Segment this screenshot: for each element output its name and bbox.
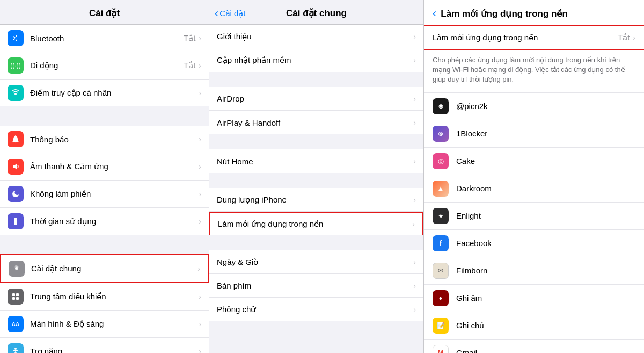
svg-point-10 <box>14 348 17 350</box>
app-item-picn2k[interactable]: ◉ @picn2k <box>424 93 644 120</box>
sidebar-item-bluetooth[interactable]: Bluetooth Tắt <box>0 25 209 52</box>
control-chevron <box>199 292 201 301</box>
airdrop-chevron <box>413 95 416 103</box>
col2-section-1: Giới thiệu Cập nhật phần mềm <box>209 25 423 72</box>
app-item-enlight[interactable]: ★ Enlight <box>424 203 644 230</box>
background-chevron <box>412 220 415 228</box>
col2-header: Cài đặt Cài đặt chung <box>209 0 423 25</box>
sounds-icon <box>8 159 24 175</box>
col2-gap-4 <box>209 235 423 250</box>
col2-list: Giới thiệu Cập nhật phần mềm AirDrop Air… <box>209 25 423 353</box>
col3-setting-value: Tắt <box>618 33 630 42</box>
sidebar-item-notifications[interactable]: Thông báo <box>0 126 209 153</box>
background-refresh-column: Làm mới ứng dụng trong nền Làm mới ứng d… <box>424 0 644 353</box>
app-item-facebook[interactable]: f Facebook <box>424 230 644 257</box>
dnd-chevron <box>199 190 201 198</box>
storage-label: Dung lượng iPhone <box>217 195 413 205</box>
col1-section-3: Cài đặt chung Trung tâm điều khiển AA Mà… <box>0 254 209 353</box>
app-item-1blocker[interactable]: ⊗ 1Blocker <box>424 120 644 148</box>
darkroom-label: Darkroom <box>456 184 635 193</box>
col1-list: Bluetooth Tắt ((·)) Di động Tắt Điểm tru… <box>0 25 209 353</box>
app-item-ghichu[interactable]: 📝 Ghi chú <box>424 312 644 340</box>
notifications-label: Thông báo <box>30 135 199 144</box>
general-settings-column: Cài đặt Cài đặt chung Giới thiệu Cập nhậ… <box>209 0 424 353</box>
hotspot-chevron <box>199 89 201 97</box>
col2-back-button[interactable]: Cài đặt <box>215 8 246 19</box>
col2-item-background[interactable]: Làm mới ứng dụng trong nền <box>209 212 423 235</box>
svg-rect-6 <box>12 293 15 296</box>
facebook-label: Facebook <box>456 239 635 248</box>
col1-gap-1 <box>0 111 209 126</box>
mobile-label: Di động <box>30 61 184 70</box>
col2-item-datetime[interactable]: Ngày & Giờ <box>209 250 423 274</box>
col1-section-2: Thông báo Âm thanh & Cảm ứng Không làm p… <box>0 126 209 235</box>
col3-setting-chevron <box>633 33 635 42</box>
home-chevron <box>413 157 416 165</box>
col2-item-airplay[interactable]: AirPlay & Handoff <box>209 111 423 134</box>
svg-rect-7 <box>16 293 19 296</box>
svg-marker-1 <box>13 163 17 170</box>
settings-column: Cài đặt Bluetooth Tắt ((·)) Di động Tắt <box>0 0 209 353</box>
picn2k-icon: ◉ <box>433 98 449 114</box>
dnd-label: Không làm phiền <box>30 189 199 199</box>
datetime-chevron <box>413 258 416 266</box>
col3-back-button[interactable] <box>433 8 436 19</box>
svg-point-0 <box>14 93 17 95</box>
sidebar-item-general[interactable]: Cài đặt chung <box>0 254 209 283</box>
display-icon: AA <box>8 316 24 332</box>
bluetooth-chevron <box>199 34 201 42</box>
mobile-value: Tắt <box>184 61 195 70</box>
sidebar-item-screentime[interactable]: Thời gian sử dụng <box>0 208 209 235</box>
col2-section-4: Dung lượng iPhone Làm mới ứng dụng trong… <box>209 188 423 235</box>
col3-title: Làm mới ứng dụng trong nền <box>441 8 568 19</box>
col2-item-software[interactable]: Cập nhật phần mềm <box>209 48 423 72</box>
col3-top-setting[interactable]: Làm mới ứng dụng trong nền Tắt <box>424 25 644 50</box>
keyboard-label: Bàn phím <box>217 281 413 290</box>
sidebar-item-hotspot[interactable]: Điểm truy cập cá nhân <box>0 80 209 106</box>
app-item-cake[interactable]: ◎ Cake <box>424 148 644 175</box>
col3-setting-label: Làm mới ứng dụng trong nền <box>433 33 618 42</box>
svg-rect-9 <box>16 297 19 300</box>
col2-item-keyboard[interactable]: Bàn phím <box>209 274 423 298</box>
picn2k-label: @picn2k <box>456 102 635 111</box>
general-chevron <box>197 264 200 273</box>
col2-gap-2 <box>209 134 423 149</box>
about-chevron <box>413 32 416 41</box>
col2-item-about[interactable]: Giới thiệu <box>209 25 423 48</box>
bluetooth-label: Bluetooth <box>30 34 184 43</box>
col2-gap-1 <box>209 72 423 87</box>
sidebar-item-display[interactable]: AA Màn hình & Độ sáng <box>0 311 209 338</box>
col2-item-storage[interactable]: Dung lượng iPhone <box>209 188 423 212</box>
sidebar-item-accessibility[interactable]: Trợ năng <box>0 338 209 353</box>
col2-item-airdrop[interactable]: AirDrop <box>209 87 423 111</box>
ghichu-label: Ghi chú <box>456 321 635 330</box>
software-chevron <box>413 56 416 64</box>
col1-section-1: Bluetooth Tắt ((·)) Di động Tắt Điểm tru… <box>0 25 209 106</box>
sidebar-item-control[interactable]: Trung tâm điều khiển <box>0 283 209 311</box>
app-item-filmborn[interactable]: ✉ Filmborn <box>424 257 644 285</box>
screentime-label: Thời gian sử dụng <box>30 217 199 226</box>
filmborn-icon: ✉ <box>433 263 449 279</box>
app-item-ghiam[interactable]: ♦ Ghi âm <box>424 285 644 312</box>
darkroom-icon: ▲ <box>433 181 449 197</box>
app-item-gmail[interactable]: M Gmail <box>424 340 644 353</box>
datetime-label: Ngày & Giờ <box>217 257 413 267</box>
app-item-darkroom[interactable]: ▲ Darkroom <box>424 175 644 203</box>
display-label: Màn hình & Độ sáng <box>30 319 199 329</box>
sidebar-item-dnd[interactable]: Không làm phiền <box>0 181 209 208</box>
col1-gap-2 <box>0 239 209 254</box>
svg-rect-3 <box>14 221 17 225</box>
col3-description: Cho phép các ứng dụng làm mới nội dung t… <box>424 50 644 93</box>
accessibility-chevron <box>199 347 201 353</box>
col2-section-2: AirDrop AirPlay & Handoff <box>209 87 423 134</box>
col2-item-font[interactable]: Phông chữ <box>209 298 423 321</box>
facebook-icon: f <box>433 235 449 251</box>
bluetooth-icon <box>8 30 24 46</box>
accessibility-label: Trợ năng <box>30 347 199 353</box>
hotspot-icon <box>8 85 24 101</box>
cake-icon: ◎ <box>433 153 449 169</box>
sidebar-item-mobile[interactable]: ((·)) Di động Tắt <box>0 52 209 80</box>
sidebar-item-sounds[interactable]: Âm thanh & Cảm ứng <box>0 153 209 181</box>
notifications-chevron <box>199 135 201 143</box>
col2-item-home[interactable]: Nút Home <box>209 149 423 173</box>
